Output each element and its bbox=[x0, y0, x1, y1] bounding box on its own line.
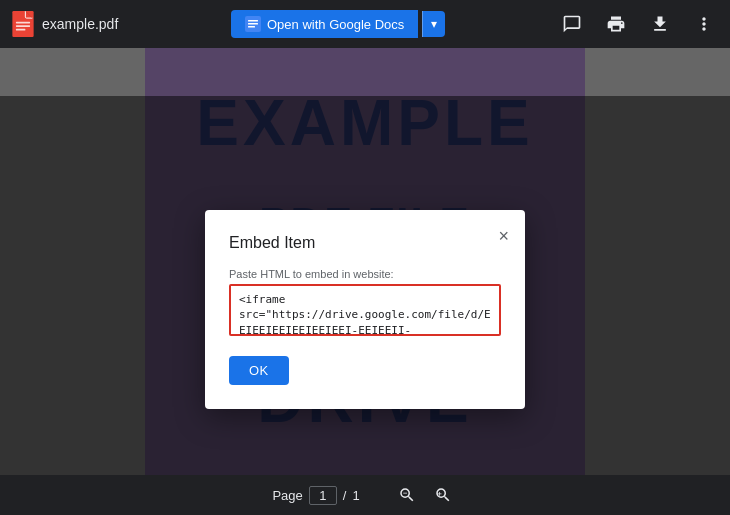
page-total: 1 bbox=[352, 488, 359, 503]
page-separator: / bbox=[343, 488, 347, 503]
topbar-right bbox=[558, 10, 718, 38]
svg-rect-1 bbox=[16, 22, 30, 24]
more-options-button[interactable] bbox=[690, 10, 718, 38]
svg-rect-7 bbox=[248, 26, 255, 28]
embed-code-textarea[interactable] bbox=[229, 284, 501, 336]
dialog-footer: OK bbox=[229, 356, 501, 385]
topbar: example.pdf Open with Google Docs ▾ bbox=[0, 0, 730, 48]
file-icon bbox=[12, 11, 34, 37]
bottombar: Page / 1 bbox=[0, 475, 730, 515]
page-info: Page / 1 bbox=[272, 484, 457, 506]
topbar-left: example.pdf bbox=[12, 11, 118, 37]
ok-button[interactable]: OK bbox=[229, 356, 289, 385]
zoom-out-button[interactable] bbox=[392, 484, 422, 506]
embed-dialog: Embed Item × Paste HTML to embed in webs… bbox=[205, 210, 525, 409]
modal-overlay: Embed Item × Paste HTML to embed in webs… bbox=[0, 96, 730, 475]
svg-rect-5 bbox=[248, 20, 258, 22]
open-with-google-docs-button[interactable]: Open with Google Docs bbox=[231, 10, 418, 38]
dropdown-arrow-icon: ▾ bbox=[431, 17, 437, 31]
svg-rect-3 bbox=[16, 29, 25, 31]
dialog-close-button[interactable]: × bbox=[494, 222, 513, 251]
page-number-input[interactable] bbox=[309, 486, 337, 505]
zoom-in-button[interactable] bbox=[428, 484, 458, 506]
filename: example.pdf bbox=[42, 16, 118, 32]
print-button[interactable] bbox=[602, 10, 630, 38]
download-button[interactable] bbox=[646, 10, 674, 38]
svg-rect-2 bbox=[16, 25, 30, 27]
page-label: Page bbox=[272, 488, 302, 503]
topbar-center: Open with Google Docs ▾ bbox=[231, 10, 445, 38]
open-button-label: Open with Google Docs bbox=[267, 17, 404, 32]
embed-html-label: Paste HTML to embed in website: bbox=[229, 268, 501, 280]
svg-rect-6 bbox=[248, 23, 258, 25]
open-button-dropdown[interactable]: ▾ bbox=[422, 11, 445, 37]
close-icon: × bbox=[498, 226, 509, 247]
main-content: EXAMPLE PDF FILE G DRIVE Embed Item × Pa… bbox=[0, 48, 730, 475]
comments-button[interactable] bbox=[558, 10, 586, 38]
svg-rect-0 bbox=[12, 11, 33, 37]
dialog-title: Embed Item bbox=[229, 234, 501, 252]
